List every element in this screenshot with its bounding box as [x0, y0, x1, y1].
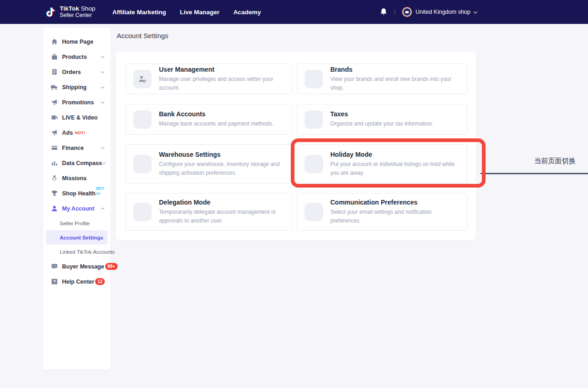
megaphone-icon [51, 99, 58, 106]
chevron-up-icon [101, 207, 105, 210]
card-desc: Configure your warehouse, inventory stor… [159, 160, 283, 177]
sidebar-item-label: Promotions [62, 99, 94, 106]
nav-affiliate-marketing[interactable]: Affiliate Marketing [113, 9, 166, 16]
card-title: Holiday Mode [330, 151, 459, 158]
settings-card-grid: User Management Manage user privileges a… [125, 63, 468, 231]
sidebar-item-missions[interactable]: Missions [43, 171, 110, 186]
sidebar-item-label: Shop Health [62, 190, 96, 197]
sidebar-subitem-seller-profile[interactable]: Seller Profile [46, 216, 107, 230]
annotation-connector-line [481, 173, 588, 174]
chat-icon [51, 263, 58, 270]
nav-live-manager[interactable]: Live Manager [180, 9, 220, 16]
sidebar-item-label: Help Center [62, 279, 94, 285]
sidebar-subitem-account-settings[interactable]: Account Settings [46, 230, 107, 245]
top-navigation: Affiliate Marketing Live Manager Academy [113, 9, 261, 16]
card-title: Taxes [330, 110, 433, 118]
nav-academy[interactable]: Academy [233, 9, 261, 16]
hot-tag: HOT! [75, 131, 85, 135]
sidebar-item-finance[interactable]: Finance [43, 140, 110, 155]
question-icon [51, 278, 58, 285]
sidebar-item-label: Shipping [62, 84, 86, 91]
tiktok-note-icon [45, 5, 57, 19]
buyer-message-badge: 99+ [105, 263, 118, 270]
help-center-badge: 12 [95, 278, 105, 285]
card-bank-accounts[interactable]: Bank Accounts Manage bank accounts and p… [125, 104, 292, 135]
sidebar-item-live-video[interactable]: LIVE & Video [43, 110, 110, 125]
bell-icon[interactable] [380, 8, 387, 16]
topbar-divider [395, 9, 395, 15]
chevron-down-icon[interactable] [473, 8, 478, 16]
sidebar-item-label: Finance [62, 145, 84, 151]
sidebar-item-shipping[interactable]: Shipping [43, 80, 110, 95]
holiday-mode-icon [305, 155, 323, 173]
tiktok-shop-logo[interactable]: TikTok Shop Seller Center [45, 5, 96, 19]
sidebar-item-label: Buyer Message [62, 263, 104, 270]
sidebar-item-label: Data Compass [62, 160, 102, 166]
chevron-down-icon [101, 147, 105, 149]
logo-shop: Shop [81, 5, 96, 12]
logo-seller-center: Seller Center [60, 12, 96, 19]
medal-icon [51, 175, 58, 182]
shop-avatar[interactable] [402, 7, 412, 17]
card-title: Communication Preferences [330, 199, 459, 206]
account-settings-panel: User Management Manage user privileges a… [116, 51, 476, 240]
document-icon [51, 68, 58, 76]
logo-brand: TikTok [60, 5, 79, 12]
sidebar-item-products[interactable]: Products [43, 49, 110, 64]
sidebar-item-orders[interactable]: Orders [43, 64, 110, 80]
card-title: Delegation Mode [159, 199, 283, 206]
sidebar-item-shop-health[interactable]: Shop Health BETA! [43, 186, 110, 201]
card-desc: Temporararily delegate account managemen… [159, 208, 283, 225]
card-delegation-mode[interactable]: Delegation Mode Temporararily delegate a… [125, 193, 292, 231]
sidebar-item-label: LIVE & Video [62, 114, 98, 121]
beta-tag: BETA! [96, 186, 105, 196]
home-icon [51, 38, 58, 46]
card-desc: View your brands and enroll new brands i… [330, 75, 459, 92]
sidebar-item-home-page[interactable]: Home Page [43, 34, 110, 49]
sidebar-item-label: Home Page [62, 39, 93, 45]
page-title: Account Settings [117, 32, 169, 40]
sidebar: Home Page Products Orders Shipping Promo… [43, 28, 110, 370]
truck-icon [51, 84, 58, 91]
taxes-icon [305, 110, 323, 129]
card-title: Bank Accounts [159, 110, 274, 118]
megaphone-icon [51, 129, 58, 137]
warehouse-settings-icon [133, 155, 152, 173]
topbar-right: United Kingdom shop [380, 7, 478, 17]
chevron-down-icon [101, 101, 105, 104]
topbar: TikTok Shop Seller Center Affiliate Mark… [0, 0, 588, 24]
sidebar-item-promotions[interactable]: Promotions [43, 95, 110, 110]
card-warehouse-settings[interactable]: Warehouse Settings Configure your wareho… [125, 144, 292, 183]
sidebar-item-my-account[interactable]: My Account [43, 201, 110, 216]
card-brands[interactable]: Brands View your brands and enroll new b… [297, 63, 468, 94]
card-desc: Organize and update your tax information… [330, 120, 433, 128]
shop-selector-label[interactable]: United Kingdom shop [415, 9, 470, 15]
sidebar-item-label: My Account [62, 205, 94, 212]
video-icon [51, 114, 58, 121]
communication-preferences-icon [305, 203, 323, 221]
card-desc: Manage user privileges and access within… [159, 75, 283, 92]
sidebar-item-buyer-message[interactable]: Buyer Message 99+ [43, 259, 110, 274]
card-title: Warehouse Settings [159, 151, 283, 158]
delegation-mode-icon [133, 203, 152, 221]
chevron-down-icon [101, 86, 105, 89]
sidebar-item-label: Products [62, 54, 87, 60]
sidebar-subitem-linked-tiktok-accounts[interactable]: Linked TikTok Accounts [46, 245, 107, 259]
card-taxes[interactable]: Taxes Organize and update your tax infor… [297, 104, 468, 135]
card-desc: Manage bank accounts and payment methods… [159, 120, 274, 128]
card-user-management[interactable]: User Management Manage user privileges a… [125, 63, 292, 94]
card-communication-preferences[interactable]: Communication Preferences Select your em… [297, 193, 468, 231]
sidebar-item-ads[interactable]: Ads HOT! [43, 125, 110, 140]
card-icon [51, 144, 58, 152]
bank-accounts-icon [133, 110, 152, 129]
bag-icon [51, 53, 58, 61]
card-desc: Select your email settings and notificat… [330, 208, 459, 225]
user-gear-icon [133, 70, 152, 88]
sidebar-item-help-center[interactable]: Help Center 12 [43, 274, 110, 289]
card-holiday-mode[interactable]: Holiday Mode Put your account or individ… [297, 144, 468, 183]
bar-chart-icon [51, 160, 58, 167]
annotation-label: 当前页面切换 [534, 157, 576, 165]
sidebar-item-data-compass[interactable]: Data Compass [43, 155, 110, 171]
trophy-icon [51, 190, 58, 197]
sidebar-item-label: Ads [62, 130, 73, 136]
